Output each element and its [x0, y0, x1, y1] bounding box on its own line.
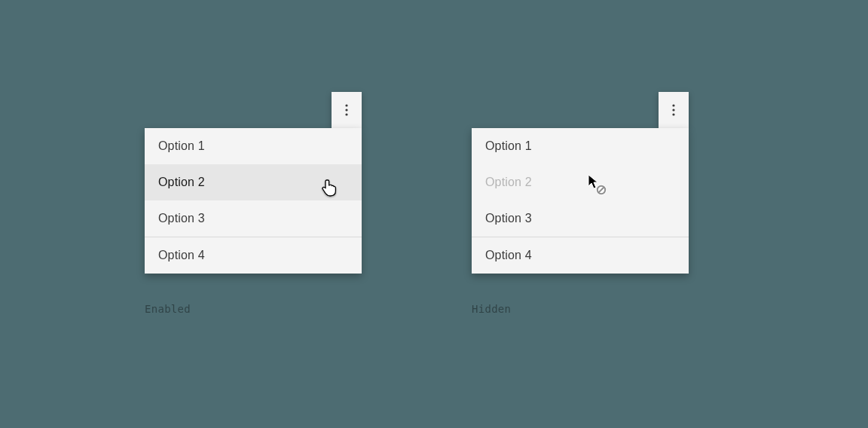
svg-point-4 — [672, 109, 674, 111]
menu-item[interactable]: Option 4 — [472, 237, 689, 274]
menu-item[interactable]: Option 3 — [145, 200, 362, 237]
example-caption: Hidden — [472, 303, 511, 315]
svg-point-0 — [345, 104, 347, 106]
overflow-menu: Option 1 Option 2 Option 3 Option 4 — [472, 128, 689, 274]
svg-point-1 — [345, 109, 347, 111]
overflow-menu: Option 1 Option 2 Option 3 Option 4 — [145, 128, 362, 274]
menu-item[interactable]: Option 3 — [472, 200, 689, 237]
menu-item[interactable]: Option 1 — [472, 128, 689, 164]
example-caption: Enabled — [145, 303, 191, 315]
svg-point-5 — [672, 113, 674, 115]
overflow-menu-trigger[interactable] — [659, 92, 689, 128]
overflow-vertical-icon — [345, 104, 348, 116]
overflow-menu-trigger[interactable] — [332, 92, 362, 128]
overflow-vertical-icon — [672, 104, 675, 116]
menu-item[interactable]: Option 1 — [145, 128, 362, 164]
svg-point-3 — [672, 104, 674, 106]
svg-point-2 — [345, 113, 347, 115]
menu-item[interactable]: Option 2 — [145, 164, 362, 200]
menu-item-disabled: Option 2 — [472, 164, 689, 200]
menu-item[interactable]: Option 4 — [145, 237, 362, 274]
